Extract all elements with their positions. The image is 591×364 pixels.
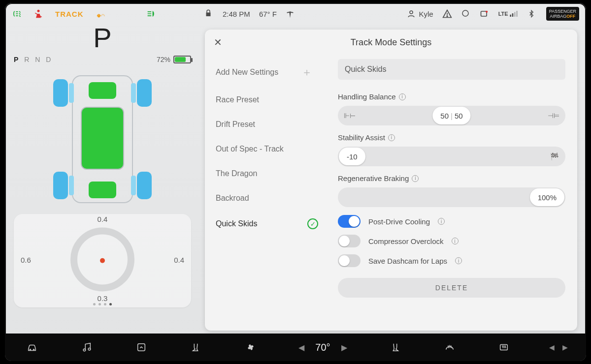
clock: 2:48 PM [223,10,250,18]
preset-quick-skids[interactable]: Quick Skids ✓ [205,211,323,237]
warning-triangle-icon[interactable] [442,9,452,19]
defrost-rear-icon[interactable] [497,341,511,353]
preset-list: Add New Settings＋ Race Preset Drift Pres… [205,55,323,331]
gear-selector-row: P R N D [14,56,55,63]
svg-rect-10 [516,11,518,17]
app-launcher-icon[interactable] [134,341,148,353]
stability-thumb[interactable]: -10 [339,148,365,165]
page-dots[interactable] [93,303,112,305]
music-app-icon[interactable] [80,341,94,353]
passenger-airbag-badge: PASSENGER AIRBAGOFF [546,7,579,21]
wheel-rear-left [53,172,68,199]
svg-rect-8 [512,13,513,17]
g-value-left: 0.6 [21,256,31,264]
defrost-front-icon[interactable] [443,341,457,353]
fan-icon[interactable] [244,341,258,353]
info-icon[interactable]: i [455,257,462,264]
dashcam-icon[interactable] [480,9,490,19]
wheel-front-right [137,79,152,107]
stability-assist-label: Stability Assisti [338,133,565,142]
svg-point-0 [37,10,40,12]
wheel-front-left [53,79,68,107]
front-axle-icon: ⊩⊢ [344,112,356,120]
cabin-temp: 70° [315,342,330,353]
svg-point-1 [98,15,99,17]
close-button[interactable]: ✕ [214,36,222,48]
traction-control-icon [96,9,105,19]
lock-icon[interactable] [204,9,214,19]
save-dashcam-toggle[interactable] [338,254,361,267]
svg-point-12 [33,349,34,350]
preset-dragon[interactable]: The Dragon [205,161,323,186]
high-beam-icon [147,9,157,19]
delete-preset-button[interactable]: DELETE [338,278,565,298]
regen-braking-slider[interactable]: 100% [338,187,565,207]
plus-icon: ＋ [301,65,312,80]
right-seat-heat-icon[interactable] [388,341,402,353]
seatbelt-warning-icon [33,9,43,19]
svg-point-4 [462,10,468,16]
compressor-overclock-toggle[interactable] [338,235,361,247]
compressor-overclock-label: Compressor Overclock [368,237,444,245]
front-motor-icon [89,82,116,99]
add-new-preset[interactable]: Add New Settings＋ [205,57,323,88]
battery-status: 72% [157,56,191,63]
temp-down-button[interactable]: ◀ [298,343,304,352]
preset-out-of-spec[interactable]: Out of Spec - Track [205,137,323,161]
tesla-logo-icon [286,9,296,19]
info-icon[interactable]: i [438,218,445,225]
g-meter-dot [100,258,105,263]
info-icon[interactable]: i [388,134,395,141]
handling-thumb[interactable]: 50|50 [432,107,470,124]
preset-backroad[interactable]: Backroad [205,186,323,211]
preset-race[interactable]: Race Preset [205,88,323,112]
svg-point-3 [447,16,448,17]
info-icon[interactable]: i [412,175,419,182]
cell-signal: LTE [498,11,519,17]
svg-point-13 [84,349,86,351]
volume-icon[interactable]: ◀ ▶ [552,341,565,353]
profile-button[interactable]: Kyle [407,9,433,18]
g-value-top: 0.4 [98,215,108,223]
check-circle-icon: ✓ [307,218,318,229]
handling-balance-slider[interactable]: ⊩⊢ 50|50 ⊣⊨ [338,106,565,125]
preset-drift[interactable]: Drift Preset [205,112,323,137]
handling-balance-label: Handling Balancei [338,92,565,101]
svg-rect-7 [510,15,511,17]
svg-rect-9 [514,12,516,17]
rear-motor-icon [89,182,116,198]
bluetooth-icon[interactable] [527,9,537,19]
instrument-cluster: P P R N D 72% [5,25,200,334]
info-icon[interactable]: i [399,93,406,100]
save-dashcam-label: Save Dashcam for Laps [368,257,447,265]
track-mode-label: TRACK [55,10,84,18]
svg-point-2 [410,11,413,14]
preset-name-input[interactable] [338,59,565,80]
sentry-record-icon[interactable] [461,9,471,19]
regen-thumb[interactable]: 100% [530,188,564,206]
track-mode-settings-card: ✕ Track Mode Settings Add New Settings＋ … [205,30,577,331]
svg-point-11 [30,349,31,350]
g-value-bottom: 0.3 [98,294,108,303]
wheel-rear-right [137,172,152,199]
info-icon[interactable]: i [452,238,459,244]
g-value-right: 0.4 [174,256,184,264]
cabin-temp-control: ◀ 70° ▶ [298,342,347,353]
profile-name: Kyle [419,10,433,18]
regen-braking-label: Regenerative Brakingi [338,174,565,182]
card-title: Track Mode Settings [351,37,431,48]
vehicle-thermal-diagram[interactable] [53,70,152,208]
left-seat-heat-icon[interactable] [189,341,203,353]
post-drive-cooling-toggle[interactable] [338,215,361,228]
g-meter[interactable]: 0.4 0.6 0.4 0.3 [14,214,191,307]
outside-temperature: 67° F [259,10,277,18]
car-app-icon[interactable] [25,341,39,353]
battery-icon [173,56,191,63]
svg-point-6 [486,11,488,13]
battery-pack-icon [81,107,124,170]
temp-up-button[interactable]: ▶ [341,343,347,352]
stability-assist-slider[interactable]: -10 🏁 [338,147,565,166]
post-drive-cooling-label: Post-Drive Cooling [368,217,430,226]
bottom-dock: ◀ 70° ▶ ◀ ▶ [5,334,586,361]
svg-rect-16 [500,345,508,350]
